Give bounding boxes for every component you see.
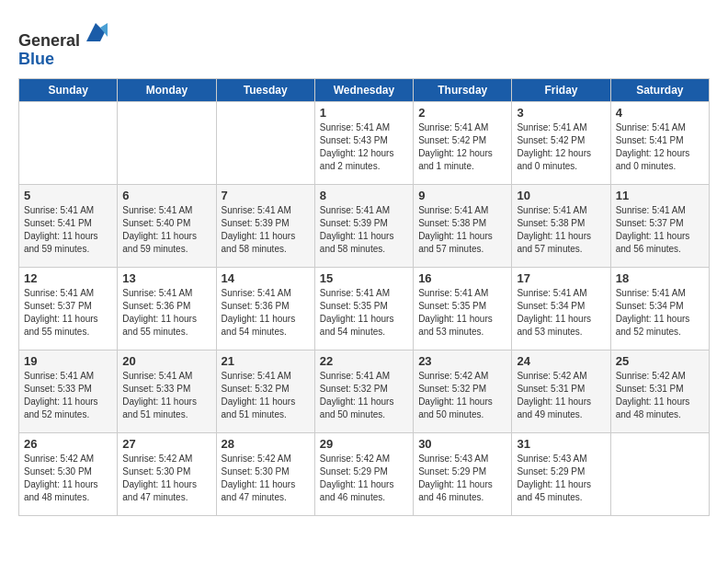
day-number: 22: [320, 354, 408, 368]
day-number: 11: [616, 189, 704, 202]
day-number: 15: [320, 271, 408, 285]
weekday-header: Tuesday: [216, 78, 314, 101]
day-number: 10: [517, 189, 605, 202]
calendar-cell: 5Sunrise: 5:41 AM Sunset: 5:41 PM Daylig…: [19, 184, 118, 267]
day-number: 9: [418, 189, 506, 202]
cell-info: Sunrise: 5:41 AM Sunset: 5:35 PM Dayligh…: [320, 287, 408, 339]
page-header: General Blue: [18, 18, 710, 69]
cell-info: Sunrise: 5:42 AM Sunset: 5:30 PM Dayligh…: [222, 453, 310, 504]
day-number: 13: [122, 271, 210, 285]
day-number: 5: [24, 189, 112, 202]
cell-info: Sunrise: 5:41 AM Sunset: 5:33 PM Dayligh…: [24, 370, 112, 421]
day-number: 1: [320, 106, 408, 120]
calendar-cell: 23Sunrise: 5:42 AM Sunset: 5:32 PM Dayli…: [414, 350, 512, 432]
day-number: 25: [616, 354, 704, 368]
calendar-cell: [216, 101, 314, 184]
calendar-cell: 18Sunrise: 5:41 AM Sunset: 5:34 PM Dayli…: [610, 267, 709, 350]
cell-info: Sunrise: 5:41 AM Sunset: 5:32 PM Dayligh…: [222, 370, 310, 421]
cell-info: Sunrise: 5:41 AM Sunset: 5:35 PM Dayligh…: [418, 287, 506, 339]
svg-marker-0: [86, 23, 105, 41]
cell-info: Sunrise: 5:41 AM Sunset: 5:36 PM Dayligh…: [222, 287, 310, 339]
calendar-cell: 17Sunrise: 5:41 AM Sunset: 5:34 PM Dayli…: [512, 267, 610, 350]
cell-info: Sunrise: 5:42 AM Sunset: 5:30 PM Dayligh…: [122, 453, 210, 504]
day-number: 16: [418, 271, 506, 285]
cell-info: Sunrise: 5:41 AM Sunset: 5:33 PM Dayligh…: [122, 370, 210, 421]
cell-info: Sunrise: 5:41 AM Sunset: 5:37 PM Dayligh…: [616, 204, 704, 256]
cell-info: Sunrise: 5:41 AM Sunset: 5:34 PM Dayligh…: [616, 287, 704, 339]
cell-info: Sunrise: 5:42 AM Sunset: 5:32 PM Dayligh…: [418, 370, 506, 421]
calendar-week: 19Sunrise: 5:41 AM Sunset: 5:33 PM Dayli…: [19, 350, 710, 432]
weekday-header: Sunday: [19, 78, 118, 101]
day-number: 20: [122, 354, 210, 368]
cell-info: Sunrise: 5:43 AM Sunset: 5:29 PM Dayligh…: [517, 453, 605, 504]
calendar-week: 1Sunrise: 5:41 AM Sunset: 5:43 PM Daylig…: [19, 101, 710, 184]
cell-info: Sunrise: 5:41 AM Sunset: 5:40 PM Dayligh…: [122, 204, 210, 256]
calendar-week: 12Sunrise: 5:41 AM Sunset: 5:37 PM Dayli…: [19, 267, 710, 350]
weekday-header: Thursday: [414, 78, 512, 101]
day-number: 18: [616, 271, 704, 285]
calendar-cell: 24Sunrise: 5:42 AM Sunset: 5:31 PM Dayli…: [512, 350, 610, 432]
calendar-week: 5Sunrise: 5:41 AM Sunset: 5:41 PM Daylig…: [19, 184, 710, 267]
calendar-cell: 14Sunrise: 5:41 AM Sunset: 5:36 PM Dayli…: [216, 267, 314, 350]
day-number: 2: [418, 106, 506, 120]
day-number: 12: [24, 271, 112, 285]
calendar-cell: 31Sunrise: 5:43 AM Sunset: 5:29 PM Dayli…: [512, 432, 610, 515]
cell-info: Sunrise: 5:41 AM Sunset: 5:42 PM Dayligh…: [517, 121, 605, 173]
weekday-header: Monday: [118, 78, 216, 101]
cell-info: Sunrise: 5:41 AM Sunset: 5:36 PM Dayligh…: [122, 287, 210, 339]
weekday-header: Saturday: [610, 78, 709, 101]
cell-info: Sunrise: 5:41 AM Sunset: 5:32 PM Dayligh…: [320, 370, 408, 421]
cell-info: Sunrise: 5:41 AM Sunset: 5:37 PM Dayligh…: [24, 287, 112, 339]
calendar-cell: 15Sunrise: 5:41 AM Sunset: 5:35 PM Dayli…: [314, 267, 413, 350]
day-number: 24: [517, 354, 605, 368]
cell-info: Sunrise: 5:41 AM Sunset: 5:38 PM Dayligh…: [418, 204, 506, 256]
calendar-cell: [118, 101, 216, 184]
calendar-cell: 29Sunrise: 5:42 AM Sunset: 5:29 PM Dayli…: [314, 432, 413, 515]
cell-info: Sunrise: 5:43 AM Sunset: 5:29 PM Dayligh…: [418, 453, 506, 504]
day-number: 8: [320, 189, 408, 202]
calendar-cell: 1Sunrise: 5:41 AM Sunset: 5:43 PM Daylig…: [314, 101, 413, 184]
day-number: 31: [517, 437, 605, 451]
cell-info: Sunrise: 5:42 AM Sunset: 5:31 PM Dayligh…: [517, 370, 605, 421]
day-number: 26: [24, 437, 112, 451]
day-number: 23: [418, 354, 506, 368]
weekday-header: Wednesday: [314, 78, 413, 101]
calendar-cell: 11Sunrise: 5:41 AM Sunset: 5:37 PM Dayli…: [610, 184, 709, 267]
calendar-cell: 13Sunrise: 5:41 AM Sunset: 5:36 PM Dayli…: [118, 267, 216, 350]
cell-info: Sunrise: 5:41 AM Sunset: 5:43 PM Dayligh…: [320, 121, 408, 173]
calendar-cell: 19Sunrise: 5:41 AM Sunset: 5:33 PM Dayli…: [19, 350, 118, 432]
day-number: 17: [517, 271, 605, 285]
calendar-cell: 22Sunrise: 5:41 AM Sunset: 5:32 PM Dayli…: [314, 350, 413, 432]
calendar-cell: 2Sunrise: 5:41 AM Sunset: 5:42 PM Daylig…: [414, 101, 512, 184]
calendar-cell: 9Sunrise: 5:41 AM Sunset: 5:38 PM Daylig…: [414, 184, 512, 267]
calendar-cell: 6Sunrise: 5:41 AM Sunset: 5:40 PM Daylig…: [118, 184, 216, 267]
day-number: 3: [517, 106, 605, 120]
calendar-cell: 3Sunrise: 5:41 AM Sunset: 5:42 PM Daylig…: [512, 101, 610, 184]
day-number: 27: [122, 437, 210, 451]
logo-text: General Blue: [18, 18, 109, 69]
cell-info: Sunrise: 5:41 AM Sunset: 5:42 PM Dayligh…: [418, 121, 506, 173]
calendar-cell: 12Sunrise: 5:41 AM Sunset: 5:37 PM Dayli…: [19, 267, 118, 350]
logo: General Blue: [18, 18, 109, 69]
calendar-cell: 26Sunrise: 5:42 AM Sunset: 5:30 PM Dayli…: [19, 432, 118, 515]
day-number: 7: [222, 189, 310, 202]
cell-info: Sunrise: 5:41 AM Sunset: 5:34 PM Dayligh…: [517, 287, 605, 339]
day-number: 21: [222, 354, 310, 368]
day-number: 14: [222, 271, 310, 285]
day-number: 28: [222, 437, 310, 451]
cell-info: Sunrise: 5:42 AM Sunset: 5:31 PM Dayligh…: [616, 370, 704, 421]
calendar-cell: [19, 101, 118, 184]
cell-info: Sunrise: 5:41 AM Sunset: 5:39 PM Dayligh…: [222, 204, 310, 256]
logo-icon: [82, 18, 109, 46]
calendar-cell: 8Sunrise: 5:41 AM Sunset: 5:39 PM Daylig…: [314, 184, 413, 267]
calendar-cell: 21Sunrise: 5:41 AM Sunset: 5:32 PM Dayli…: [216, 350, 314, 432]
day-number: 4: [616, 106, 704, 120]
day-number: 30: [418, 437, 506, 451]
cell-info: Sunrise: 5:41 AM Sunset: 5:38 PM Dayligh…: [517, 204, 605, 256]
calendar-cell: 10Sunrise: 5:41 AM Sunset: 5:38 PM Dayli…: [512, 184, 610, 267]
cell-info: Sunrise: 5:41 AM Sunset: 5:41 PM Dayligh…: [616, 121, 704, 173]
calendar-cell: 25Sunrise: 5:42 AM Sunset: 5:31 PM Dayli…: [610, 350, 709, 432]
header-row: SundayMondayTuesdayWednesdayThursdayFrid…: [19, 78, 710, 101]
cell-info: Sunrise: 5:41 AM Sunset: 5:41 PM Dayligh…: [24, 204, 112, 256]
weekday-header: Friday: [512, 78, 610, 101]
